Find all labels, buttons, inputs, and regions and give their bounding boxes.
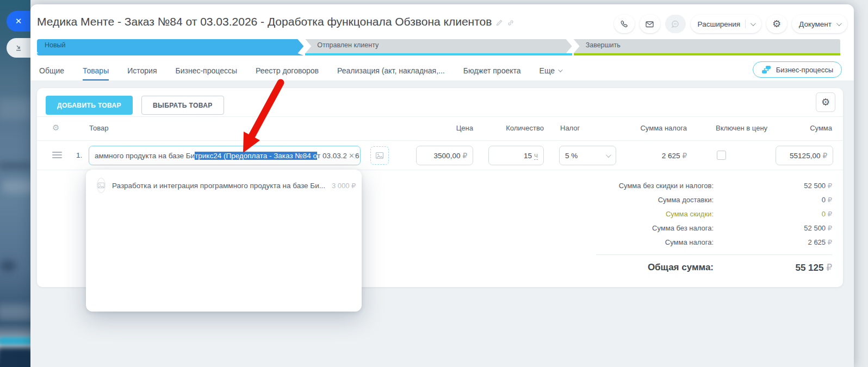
- column-header-sum: Сумма: [778, 124, 832, 132]
- email-button[interactable]: [640, 15, 660, 33]
- price-input[interactable]: 3500,00₽: [416, 146, 473, 165]
- clear-input-icon[interactable]: ✕: [346, 152, 355, 160]
- collapse-arrow-icon: [15, 44, 22, 52]
- selected-text: трикс24 (Предоплата - Заказ №84 о: [195, 152, 317, 160]
- total-value-without-discount-tax: 52 500 ₽: [734, 182, 832, 190]
- order-slider-panel: Медика Менте - Заказ №84 от 03.03.2026 -…: [30, 4, 854, 367]
- tab-products[interactable]: Товары: [83, 60, 109, 80]
- suggestion-price: 3 000 ₽: [332, 182, 356, 190]
- total-value-discount: 0 ₽: [734, 210, 832, 218]
- document-dropdown[interactable]: Документ: [792, 15, 847, 33]
- stage-label: Новый: [45, 41, 66, 49]
- phone-icon: [620, 20, 629, 28]
- tab-history[interactable]: История: [127, 60, 157, 80]
- tax-included-checkbox[interactable]: [717, 151, 726, 160]
- measure-unit[interactable]: ч: [534, 152, 538, 160]
- stage-sent-to-client[interactable]: Отправлен клиенту: [305, 39, 572, 55]
- total-value-without-tax: 52 500 ₽: [734, 224, 832, 232]
- chevron-down-icon: [606, 152, 611, 158]
- detail-tabs: Общие Товары История Бизнес-процессы Рее…: [39, 60, 561, 80]
- product-suggestions-dropdown: Разработка и интеграция программного про…: [86, 170, 362, 312]
- column-header-tax: Налог: [560, 124, 580, 132]
- divider: [37, 116, 843, 117]
- suggestion-item[interactable]: Разработка и интеграция программного про…: [86, 170, 362, 201]
- tab-realization[interactable]: Реализация (акт, накладная,...: [337, 60, 445, 80]
- total-value-delivery: 0 ₽: [734, 196, 832, 204]
- sum-input[interactable]: 55125,00₽: [776, 146, 833, 165]
- stage-finish[interactable]: Завершить: [574, 39, 840, 55]
- column-header-tax-sum: Сумма налога: [616, 124, 687, 132]
- stage-label: Завершить: [586, 41, 621, 49]
- product-name-input[interactable]: аммного продукта на базе Битрикс24 (Пред…: [89, 146, 361, 165]
- call-button[interactable]: [614, 15, 635, 33]
- product-toolbar: ДОБАВИТЬ ТОВАР ВЫБРАТЬ ТОВАР: [46, 96, 224, 115]
- extensions-dropdown[interactable]: Расширения: [691, 15, 762, 33]
- copy-link-icon[interactable]: [507, 19, 514, 27]
- tax-select[interactable]: 5 %: [559, 146, 616, 165]
- business-processes-button[interactable]: Бизнес-процессы: [753, 61, 842, 78]
- column-header-product: Товар: [89, 124, 108, 132]
- collapse-slider-button[interactable]: [7, 38, 30, 58]
- chevron-down-icon: [751, 21, 756, 26]
- chat-button[interactable]: [665, 15, 686, 33]
- total-label-without-discount-tax: Сумма без скидки и налогов:: [526, 182, 714, 190]
- image-icon: [375, 151, 384, 160]
- divider: [37, 140, 843, 141]
- order-title-text: Медика Менте - Заказ №84 от 03.03.2026 -…: [37, 15, 492, 28]
- tab-business-processes[interactable]: Бизнес-процессы: [176, 60, 237, 80]
- total-label-discount[interactable]: Сумма скидки:: [526, 210, 714, 218]
- column-header-price: Цена: [419, 124, 473, 132]
- totals-divider: [596, 254, 832, 255]
- close-icon: ✕: [15, 16, 22, 26]
- chat-icon: [671, 20, 680, 29]
- total-label-delivery: Сумма доставки:: [526, 196, 714, 204]
- row-number: 1.: [76, 151, 82, 159]
- grand-total-value: 55 125 ₽: [734, 262, 832, 273]
- crm-order-slider-screen: ✕ Медика Менте - Заказ №84 от 03.03.2026…: [0, 0, 868, 367]
- product-image-placeholder-icon: [97, 178, 106, 193]
- header-actions: Расширения ⚙ Документ: [614, 15, 847, 33]
- total-value-tax: 2 625 ₽: [734, 238, 832, 246]
- column-header-quantity: Количество: [479, 124, 544, 132]
- close-slider-button[interactable]: ✕: [7, 11, 30, 32]
- envelope-icon: [645, 20, 654, 29]
- row-drag-handle[interactable]: [52, 152, 62, 160]
- business-processes-label: Бизнес-процессы: [776, 66, 833, 74]
- divider: [745, 20, 746, 28]
- deal-stage-bar: Новый Отправлен клиенту Завершить: [37, 39, 840, 55]
- tab-more[interactable]: Еще: [540, 60, 562, 80]
- tab-project-budget[interactable]: Бюджет проекта: [463, 60, 521, 80]
- grand-total-label: Общая сумма:: [526, 262, 714, 273]
- quantity-input[interactable]: 15ч: [488, 146, 544, 165]
- table-settings-button[interactable]: ⚙: [816, 92, 835, 112]
- total-label-without-tax: Сумма без налога:: [526, 224, 714, 232]
- page-title: Медика Менте - Заказ №84 от 03.03.2026 -…: [37, 15, 514, 28]
- edit-title-icon[interactable]: [495, 19, 503, 27]
- document-label: Документ: [799, 20, 832, 28]
- select-product-button[interactable]: ВЫБРАТЬ ТОВАР: [141, 96, 224, 115]
- add-product-button[interactable]: ДОБАВИТЬ ТОВАР: [46, 96, 133, 115]
- gear-icon: ⚙: [772, 19, 781, 29]
- product-image-add-button[interactable]: [370, 146, 389, 165]
- chevron-down-icon: [836, 21, 842, 26]
- tab-contract-registry[interactable]: Реестр договоров: [256, 60, 319, 80]
- tab-general[interactable]: Общие: [39, 60, 64, 80]
- total-label-tax: Сумма налога:: [526, 238, 714, 246]
- extensions-label: Расширения: [698, 20, 741, 28]
- chevron-down-icon: [558, 67, 562, 72]
- tax-sum-value: 2 625 ₽: [622, 151, 687, 160]
- workflow-icon: [761, 65, 771, 74]
- stage-label: Отправлен клиенту: [317, 41, 379, 49]
- suggestion-name: Разработка и интеграция программного про…: [112, 182, 325, 190]
- column-header-tax-included: Включен в цену: [716, 124, 767, 132]
- gear-icon: ⚙: [821, 97, 830, 107]
- settings-button[interactable]: ⚙: [766, 15, 787, 33]
- stage-new[interactable]: Новый: [37, 39, 303, 55]
- columns-gear-icon[interactable]: ⚙: [52, 123, 59, 133]
